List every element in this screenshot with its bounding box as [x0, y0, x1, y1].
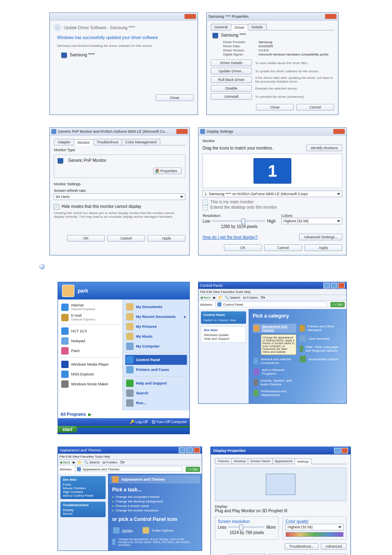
- views-button[interactable]: ☰▾: [120, 461, 125, 464]
- category[interactable]: Printers and Other Hardware: [299, 324, 342, 333]
- troubleshoot-button[interactable]: Troubleshoot...: [285, 543, 318, 550]
- side-link[interactable]: Sound: [63, 512, 103, 516]
- category[interactable]: Sounds, Speech, and Audio Devices: [253, 378, 296, 387]
- ok-button[interactable]: OK: [67, 235, 105, 242]
- views-button[interactable]: ☰▾: [261, 296, 265, 299]
- up-button[interactable]: 📁: [218, 296, 222, 299]
- forward-button[interactable]: ▶: [73, 461, 75, 464]
- logoff-button[interactable]: 🔑 Log Off: [130, 420, 148, 424]
- menubar[interactable]: File Edit View Favorites Tools Help: [58, 454, 202, 460]
- maximize-icon[interactable]: [186, 447, 193, 453]
- close-icon[interactable]: [194, 447, 200, 453]
- start-item[interactable]: Paint: [60, 346, 120, 356]
- start-item[interactable]: Search: [125, 388, 187, 398]
- hide-modes-checkbox[interactable]: [54, 204, 59, 210]
- apply-button[interactable]: Apply: [148, 235, 185, 242]
- go-button[interactable]: → Go: [330, 302, 345, 307]
- side-link[interactable]: Mouse Pointers: [63, 486, 103, 490]
- side-link[interactable]: Help and Support: [204, 337, 243, 341]
- display-combo[interactable]: 1. Samsung **** on NVIDIA GeForce 6600 L…: [203, 191, 342, 197]
- disable-button[interactable]: Disable: [211, 85, 252, 92]
- task[interactable]: ▸Change the computer's theme: [112, 495, 198, 499]
- category[interactable]: Add or Remove Programs: [253, 367, 296, 376]
- tab-screensaver[interactable]: Screen Saver: [248, 458, 272, 464]
- help-icon[interactable]: [334, 448, 341, 454]
- resolution-slider[interactable]: [212, 220, 265, 222]
- start-item[interactable]: My Pictures: [125, 322, 187, 332]
- start-item[interactable]: Printers and Faxes: [125, 365, 187, 375]
- side-link[interactable]: Add to Control Panel: [63, 494, 103, 497]
- maximize-icon[interactable]: [331, 283, 337, 288]
- search-button[interactable]: 🔍 Search: [84, 461, 100, 464]
- back-icon[interactable]: ←: [54, 24, 61, 31]
- tab-appearance[interactable]: Appearance: [272, 458, 295, 464]
- side-link[interactable]: High Contrast: [63, 490, 103, 494]
- tab-details[interactable]: Details: [248, 24, 267, 30]
- color-quality-dropdown[interactable]: Highest (32 bit): [286, 524, 344, 530]
- rollback-driver-button[interactable]: Roll Back Driver: [211, 76, 252, 83]
- side-link[interactable]: Fonts: [63, 483, 103, 486]
- start-item[interactable]: My Documents: [125, 302, 187, 312]
- advanced-button[interactable]: Advanced: [321, 543, 346, 550]
- close-icon[interactable]: [341, 448, 348, 454]
- category[interactable]: Date, Time, Language, and Regional Optio…: [299, 344, 342, 353]
- cancel-button[interactable]: Cancel: [264, 244, 302, 251]
- task[interactable]: ▸Change the desktop background: [112, 500, 198, 503]
- category[interactable]: Network and Internet Connections: [253, 357, 296, 366]
- go-button[interactable]: → Go: [186, 467, 200, 472]
- start-item[interactable]: MSN Explorer: [60, 369, 120, 379]
- search-button[interactable]: 🔍 Search: [225, 296, 240, 299]
- menubar[interactable]: File Edit View Favorites Tools Help: [198, 289, 346, 295]
- back-button[interactable]: ◀ Back: [60, 461, 70, 464]
- start-button[interactable]: start: [58, 426, 77, 433]
- cp-icon-folder-options[interactable]: Folder Options: [142, 526, 174, 534]
- back-button[interactable]: ◀ Back: [200, 296, 211, 299]
- start-item[interactable]: Control Panel: [125, 355, 187, 365]
- switch-classic[interactable]: Switch to Classic View: [203, 318, 244, 322]
- close-icon[interactable]: [338, 283, 345, 288]
- identify-monitors-button[interactable]: Identify Monitors: [306, 145, 342, 151]
- monitor-1[interactable]: 1: [254, 158, 291, 184]
- up-button[interactable]: 📁: [78, 461, 82, 464]
- start-item[interactable]: Run...: [125, 398, 187, 408]
- tab-themes[interactable]: Themes: [215, 458, 232, 464]
- best-display-link[interactable]: How do I get the best display?: [203, 235, 258, 240]
- advanced-settings-button[interactable]: Advanced Settings...: [299, 234, 342, 240]
- uninstall-button[interactable]: Uninstall: [211, 93, 252, 100]
- category[interactable]: Performance and Maintenance: [253, 389, 296, 398]
- start-item[interactable]: InternetInternet Explorer: [60, 302, 120, 312]
- properties-button[interactable]: Properties: [153, 168, 182, 174]
- start-item[interactable]: My Music: [125, 332, 187, 341]
- colors-dropdown[interactable]: Highest (32 bit): [281, 218, 342, 224]
- refresh-dropdown[interactable]: 60 Hertz: [54, 193, 185, 200]
- category[interactable]: User Accounts: [299, 334, 342, 343]
- turnoff-button[interactable]: ⏻ Turn Off Computer: [152, 420, 187, 424]
- start-item[interactable]: Windows Media Player: [60, 359, 120, 369]
- all-programs[interactable]: All Programs ▶: [58, 410, 189, 418]
- close-button[interactable]: Close: [156, 94, 194, 101]
- cp-icon-display[interactable]: Display: [112, 526, 134, 534]
- tab-driver[interactable]: Driver: [231, 24, 248, 30]
- close-button[interactable]: Close: [256, 104, 294, 111]
- resolution-slider[interactable]: [228, 526, 265, 528]
- start-item[interactable]: Windows Movie Maker: [60, 379, 120, 389]
- minimize-icon[interactable]: [323, 283, 330, 288]
- driver-details-button[interactable]: Driver Details: [211, 60, 252, 66]
- ok-button[interactable]: OK: [224, 244, 262, 251]
- start-item[interactable]: Help and Support: [125, 378, 187, 388]
- start-item[interactable]: My Recent Documents▸: [125, 312, 187, 322]
- tab-general[interactable]: General: [211, 24, 231, 30]
- folders-button[interactable]: 🗂 Folders: [243, 296, 258, 299]
- tab-color-mgmt[interactable]: Color Management: [122, 139, 161, 145]
- apply-button[interactable]: Apply: [304, 244, 342, 251]
- update-driver-button[interactable]: Update Driver...: [211, 68, 252, 74]
- minimize-icon[interactable]: [179, 447, 185, 453]
- address-bar[interactable]: Control Panel: [215, 302, 327, 307]
- start-item[interactable]: HCT 10.0: [60, 326, 120, 336]
- task[interactable]: ▸Choose a screen saver: [112, 504, 198, 508]
- start-item[interactable]: E-mailOutlook Express: [60, 312, 120, 322]
- tab-monitor[interactable]: Monitor: [74, 139, 94, 145]
- tab-desktop[interactable]: Desktop: [231, 458, 248, 464]
- address-bar[interactable]: Appearance and Themes: [75, 466, 182, 472]
- side-link[interactable]: Display: [63, 508, 103, 512]
